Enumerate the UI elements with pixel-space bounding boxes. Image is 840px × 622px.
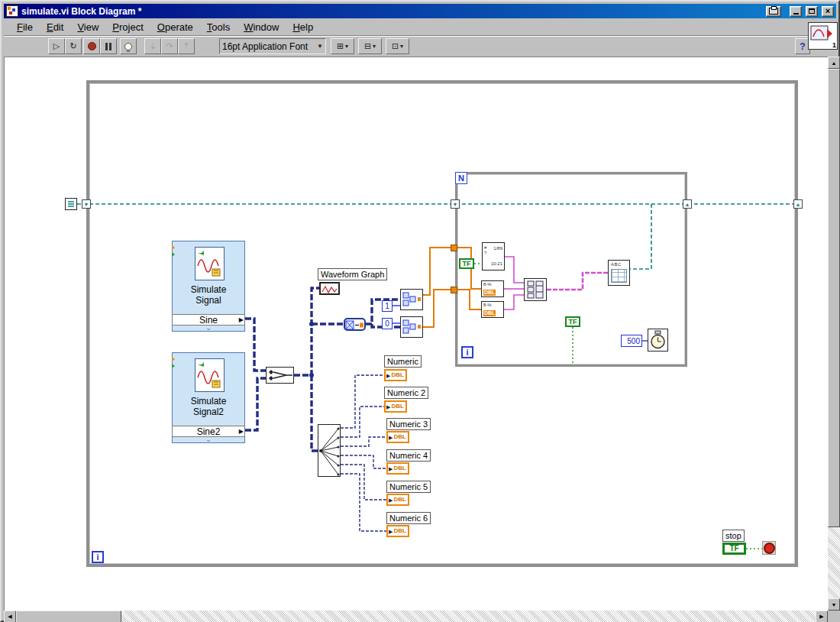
tunnel-up-triangle-icon: ▲ (685, 202, 690, 207)
numeric-terminal[interactable]: ▶DBL (386, 525, 409, 537)
vi-icon-pane[interactable]: 1 (808, 22, 838, 50)
close-button[interactable]: × (822, 6, 834, 17)
numeric-terminal[interactable]: ▶DBL (386, 462, 409, 475)
menu-file[interactable]: File (10, 20, 40, 34)
printer-icon (769, 8, 778, 15)
abort-button[interactable] (83, 38, 100, 54)
index-array-icon (401, 317, 422, 337)
block-diagram-canvas[interactable]: ▼ ▼ ▲ ▲ SimulateSignal Sine▶ (4, 57, 828, 611)
titlebar: simulate.vi Block Diagram * × (4, 4, 836, 18)
loop-condition-terminal[interactable] (762, 541, 776, 555)
split-signals-block[interactable] (318, 424, 341, 477)
while-loop-iteration-terminal[interactable]: i (92, 551, 104, 563)
format-glyph-icon: #? (484, 245, 486, 256)
true-constant-1[interactable]: TF (459, 258, 474, 269)
waveform-graph-icon (321, 284, 338, 294)
output-arrow-icon: ▶ (239, 428, 244, 435)
menu-tools[interactable]: Tools (200, 20, 237, 34)
align-objects-dropdown[interactable]: ⊞▾ (331, 38, 354, 54)
expand-chevron-icon[interactable]: ⌄ (173, 324, 244, 332)
for-loop-right-tunnel[interactable]: ▲ (683, 199, 692, 209)
stop-terminal[interactable]: TF (722, 543, 746, 555)
pause-button[interactable] (100, 38, 117, 54)
distribute-objects-icon: ⊟ (364, 42, 371, 50)
menu-project[interactable]: Project (105, 20, 150, 34)
index-array-icon (401, 290, 422, 309)
step-out-button[interactable]: ⇡ (178, 38, 195, 54)
true-constant-2[interactable]: TF (565, 316, 580, 327)
express-vi-simulate-signal-2[interactable]: SimulateSignal2 Sine2▶ ⌄ (172, 352, 245, 443)
format-datetime-string-block[interactable]: #? 1/89 10:21 (482, 242, 505, 271)
input-arrow-icon (172, 357, 175, 361)
scroll-up-button[interactable]: ▲ (828, 57, 840, 69)
menubar: File Edit View Project Operate Tools Win… (4, 18, 836, 35)
run-icon: ▷ (53, 42, 60, 50)
step-over-button[interactable]: ↷ (161, 38, 178, 54)
menu-help[interactable]: Help (286, 20, 320, 34)
numeric-label: Numeric 6 (386, 512, 431, 524)
scroll-down-button[interactable]: ▼ (828, 598, 840, 611)
numeric-terminal[interactable]: ▶DBL (386, 494, 409, 506)
waveform-graph-terminal[interactable] (319, 282, 340, 295)
input-reference-terminal[interactable] (65, 198, 77, 210)
number-to-string-block-2[interactable]: 8-% DBL (481, 301, 504, 318)
vi-icon-badge: 1 (832, 41, 836, 49)
number-to-string-block-1[interactable]: 8-% DBL (481, 280, 504, 297)
while-loop-right-tunnel[interactable]: ▲ (793, 199, 803, 209)
build-array-block[interactable] (524, 278, 547, 301)
output-arrow-icon: ▶ (239, 316, 244, 323)
horizontal-scroll-thumb[interactable] (16, 611, 121, 622)
wait-ms-constant[interactable]: 500 (621, 335, 642, 347)
for-loop-iteration-terminal[interactable]: i (461, 346, 473, 358)
split-signals-icon (318, 425, 340, 476)
menu-edit[interactable]: Edit (40, 20, 70, 34)
align-objects-icon: ⊞ (337, 42, 344, 50)
menu-view[interactable]: View (70, 20, 105, 34)
font-selector[interactable]: 16pt Application Font ▼ (219, 38, 326, 54)
numeric-terminal[interactable]: ▶DBL (384, 369, 407, 381)
for-loop-orange-tunnel-1[interactable] (451, 245, 457, 251)
while-loop-left-tunnel[interactable]: ▼ (82, 199, 91, 209)
numeric-label: Numeric 5 (386, 481, 431, 493)
express-vi-simulate-signal-1[interactable]: SimulateSignal Sine▶ ⌄ (172, 241, 245, 332)
merge-signals-block[interactable] (266, 367, 294, 384)
app-icon (6, 5, 18, 17)
tunnel-up-triangle-icon: ▲ (796, 202, 801, 207)
run-button[interactable]: ▷ (48, 38, 65, 54)
pause-icon (105, 43, 111, 50)
reference-glyph-icon (66, 199, 76, 209)
numeric-label: Numeric (384, 355, 422, 368)
minimize-button[interactable] (790, 6, 802, 17)
for-loop-count-terminal[interactable]: N (455, 172, 467, 184)
menu-operate[interactable]: Operate (150, 20, 200, 34)
index-array-block-2[interactable] (400, 316, 423, 338)
distribute-objects-dropdown[interactable]: ⊟▾ (358, 38, 382, 54)
highlight-execution-button[interactable] (120, 38, 137, 54)
print-button[interactable] (766, 6, 781, 17)
expand-chevron-icon[interactable]: ⌄ (173, 436, 244, 443)
maximize-button[interactable] (806, 6, 818, 17)
terminal-arrow-icon: ▶ (386, 404, 390, 410)
index-array-block-1[interactable] (400, 289, 423, 310)
run-continuously-button[interactable]: ↻ (65, 38, 82, 54)
scroll-right-button[interactable]: ▶ (816, 611, 828, 622)
index-constant-1[interactable]: 1 (382, 300, 393, 312)
for-loop-orange-tunnel-2[interactable] (451, 287, 457, 293)
build-table-block[interactable]: ABC (608, 260, 630, 286)
for-loop-left-tunnel[interactable]: ▼ (451, 199, 460, 209)
vertical-scroll-thumb[interactable] (828, 69, 840, 527)
convert-dynamic-data-block[interactable] (344, 318, 366, 331)
scroll-left-button[interactable]: ◀ (4, 611, 16, 622)
index-constant-0[interactable]: 0 (382, 318, 393, 329)
menu-window[interactable]: Window (237, 20, 286, 34)
step-into-button[interactable]: ⇣ (144, 38, 161, 54)
wait-ms-block[interactable] (648, 329, 668, 351)
numeric-terminal[interactable]: ▶DBL (384, 400, 407, 413)
simulate-signal-icon (195, 247, 225, 280)
chevron-down-icon: ▾ (345, 43, 348, 50)
vertical-scrollbar[interactable]: ▲ ▼ (828, 57, 840, 611)
lightbulb-icon (124, 43, 132, 50)
numeric-terminal[interactable]: ▶DBL (386, 431, 409, 443)
horizontal-scrollbar[interactable]: ◀ ▶ (4, 611, 828, 622)
reorder-dropdown[interactable]: ⊡▾ (386, 38, 409, 54)
